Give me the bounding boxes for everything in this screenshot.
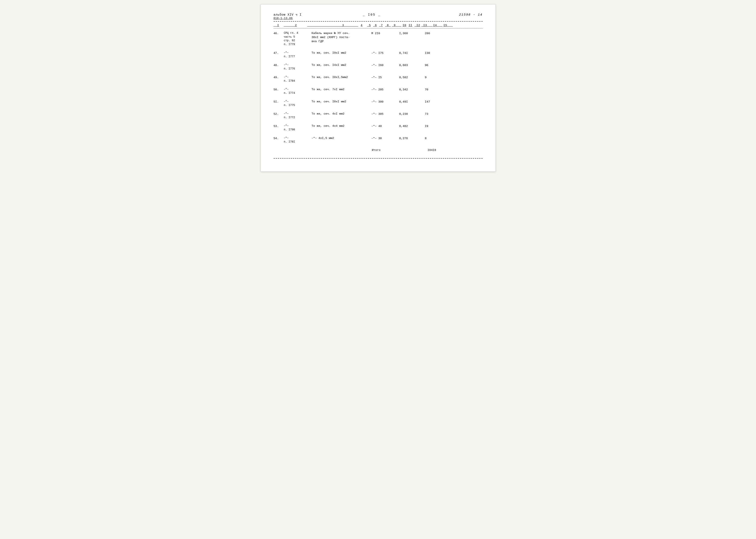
page-number: _ I05 _ (363, 13, 381, 17)
row-unit-qty: –"– 205 (371, 88, 399, 92)
col-header-divider (273, 28, 483, 29)
row-ref: –"–п. I775 (284, 100, 312, 107)
col-h-8: _8_ (385, 24, 392, 27)
table-area: 46. СРЦ гл. 4часть 5стр. 92п. I779 Кабел… (273, 32, 483, 144)
col-h-14: I4_ _ (433, 24, 443, 27)
col-h-5: _5 (367, 24, 373, 27)
row-price: 0,603 (399, 63, 425, 67)
bottom-divider (273, 158, 483, 159)
row-total: I30 (425, 51, 446, 55)
row-desc: –"– 4хI,5 мм2 (312, 136, 371, 140)
album-label: альбом XIV ч I 810-1-13.86 (273, 13, 302, 20)
row-desc: То же, сеч. I0хI мм2 (312, 100, 371, 104)
row-price: 0,74I (399, 51, 425, 55)
col-h-7: _7 (379, 24, 385, 27)
row-unit-qty: –"– I75 (371, 51, 399, 55)
row-unit-qty: –"– 30 (371, 136, 399, 141)
row-desc: То же, сеч. 4х4 мм2 (312, 124, 371, 128)
table-row: 54. –"–п. I78I –"– 4хI,5 мм2 –"– 30 0,27… (273, 136, 483, 144)
row-price: 0,342 (399, 88, 425, 92)
row-number: 48. (273, 63, 284, 67)
column-headers: _ I _ _ _ 2 _ _ _ _ _ _ _ _ _ _ 3 _ _ _ … (273, 24, 483, 27)
row-number: 46. (273, 32, 284, 36)
row-number: 53. (273, 124, 284, 128)
row-unit-qty: –"– I60 (371, 63, 399, 67)
header-area: альбом XIV ч I 810-1-13.86 _ I05 _ 21598… (273, 13, 483, 22)
doc-number: 21598 - 14 (459, 13, 483, 17)
row-total: 286 (425, 32, 446, 36)
row-number: 54. (273, 136, 284, 141)
row-number: 49. (273, 75, 284, 80)
col-h-4: 4 (361, 24, 367, 27)
row-price: 0,482 (399, 124, 425, 128)
row-desc: То же, сеч. 4хI мм2 (312, 112, 371, 116)
row-price: 0,582 (399, 75, 425, 80)
table-row: 46. СРЦ гл. 4часть 5стр. 92п. I779 Кабел… (273, 32, 483, 46)
row-desc: То же, сеч. I0хI,5мм2 (312, 75, 371, 80)
row-number: 52. (273, 112, 284, 116)
row-desc: То же, сеч. I9хI мм2 (312, 51, 371, 55)
col-h-6: _6 (373, 24, 379, 27)
col-h-10: I0 (403, 24, 409, 27)
row-total: 73 (425, 112, 446, 116)
total-value: I04I8 (427, 149, 436, 152)
row-number: 5I. (273, 100, 284, 104)
col-h-9: _9_ _ (392, 24, 403, 27)
row-unit-qty: –"– 300 (371, 100, 399, 104)
col-h-13: _I3_ _ (421, 24, 433, 27)
col-h-11: II (409, 24, 415, 27)
table-row: 53. –"–п. I798 То же, сеч. 4х4 мм2 –"– 4… (273, 124, 483, 132)
row-ref: –"–п. I78I (284, 136, 312, 144)
row-unit-qty: –"– 40 (371, 124, 399, 128)
row-desc: Кабель марки № УУ сеч.30хI мм2 (КНРГ) по… (312, 32, 371, 43)
row-price: 0,276 (399, 136, 425, 141)
row-desc: То же, сеч. 7хI мм2 (312, 88, 371, 92)
total-row: Итого I04I8 (273, 149, 483, 152)
table-row: 5I. –"–п. I775 То же, сеч. I0хI мм2 –"– … (273, 100, 483, 107)
total-label: Итого (372, 149, 381, 152)
row-ref: –"–п. I776 (284, 63, 312, 71)
table-row: 52. –"–п. I772 То же, сеч. 4хI мм2 –"– 3… (273, 112, 483, 119)
row-ref: –"–п. I777 (284, 51, 312, 58)
col-h-15: I5_ _ (443, 24, 454, 27)
row-desc: То же, сеч. I4хI мм2 (312, 63, 371, 67)
col-h-2: _ _ _ 2 (284, 24, 307, 27)
row-unit-qty: М 2I0 (371, 32, 399, 36)
row-total: 8 (425, 136, 446, 141)
header-divider (273, 21, 483, 22)
col-h-12: _I2 (415, 24, 421, 27)
row-unit-qty: –"– 305 (371, 112, 399, 116)
row-number: 50. (273, 88, 284, 92)
row-unit-qty: –"– I5 (371, 75, 399, 80)
row-price: I,360 (399, 32, 425, 36)
header-row: альбом XIV ч I 810-1-13.86 _ I05 _ 21598… (273, 13, 483, 20)
table-row: 50. –"–п. I774 То же, сеч. 7хI мм2 –"– 2… (273, 88, 483, 95)
col-h-3: _ _ _ _ _ _ _ _ _ _ 3 _ _ _ _ (307, 24, 361, 27)
row-price: 0,49I (399, 100, 425, 104)
row-price: 0,238 (399, 112, 425, 116)
row-ref: –"–п. I772 (284, 112, 312, 119)
table-row: 47. –"–п. I777 То же, сеч. I9хI мм2 –"– … (273, 51, 483, 58)
row-ref: –"–п. I774 (284, 88, 312, 95)
row-number: 47. (273, 51, 284, 55)
row-ref: СРЦ гл. 4часть 5стр. 92п. I779 (284, 32, 312, 46)
row-total: I9 (425, 124, 446, 128)
table-row: 48. –"–п. I776 То же, сеч. I4хI мм2 –"– … (273, 63, 483, 71)
row-total: 9 (425, 75, 446, 80)
row-total: 70 (425, 88, 446, 92)
row-ref: –"–п. I798 (284, 124, 312, 132)
col-h-1: _ I (273, 24, 284, 27)
table-row: 49. –"–п. I784 То же, сеч. I0хI,5мм2 –"–… (273, 75, 483, 83)
row-ref: –"–п. I784 (284, 75, 312, 83)
document-page: альбом XIV ч I 810-1-13.86 _ I05 _ 21598… (261, 4, 496, 172)
row-total: 96 (425, 63, 446, 67)
row-total: I47 (425, 100, 446, 104)
